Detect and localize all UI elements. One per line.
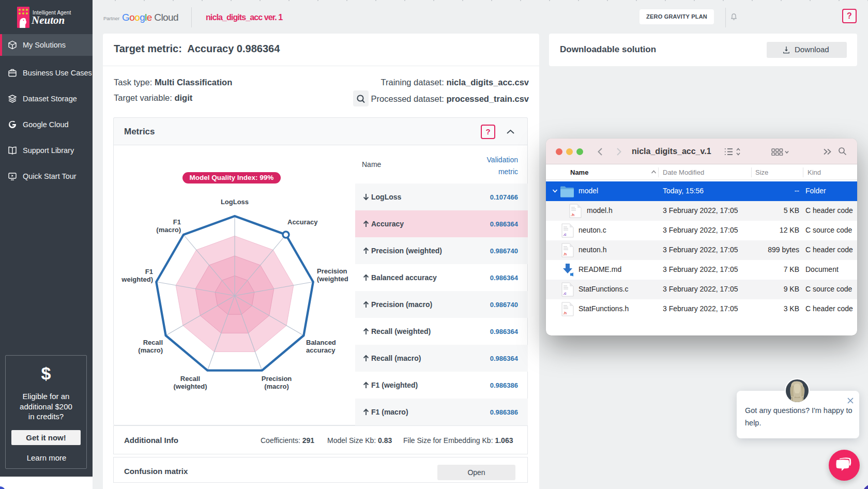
svg-text:.h: .h [563, 311, 567, 315]
svg-text:.c: .c [563, 291, 567, 296]
svg-text:.h: .h [571, 212, 574, 217]
svg-text:.c: .c [563, 232, 567, 237]
svg-text:.h: .h [563, 252, 567, 256]
